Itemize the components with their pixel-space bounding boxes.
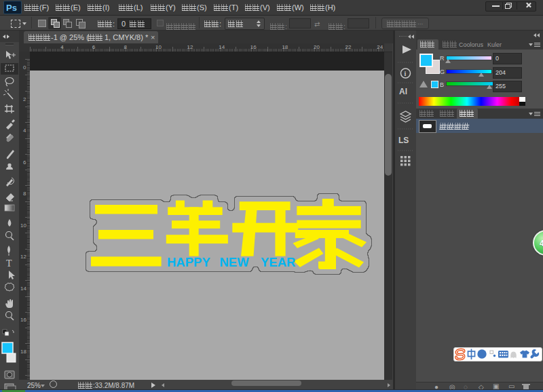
svg-text:NEW: NEW [220,255,250,269]
svg-text:T: T [6,258,12,269]
svg-text:HAPPY: HAPPY [167,255,210,269]
svg-text:YEAR: YEAR [261,255,295,269]
svg-text:LS: LS [398,136,409,145]
svg-text:i: i [405,70,407,77]
svg-text:Al: Al [399,87,407,96]
